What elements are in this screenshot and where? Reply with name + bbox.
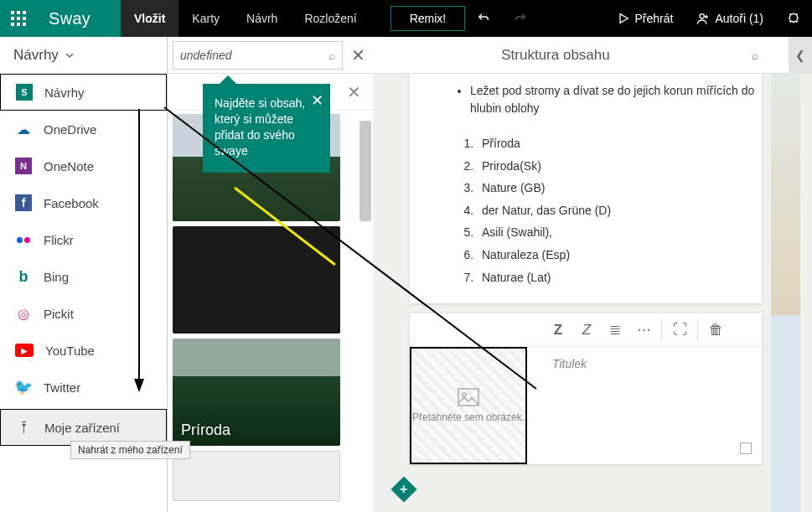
source-youtube[interactable]: ▶ YouTube [0,332,167,369]
svg-rect-8 [23,23,26,26]
redo-button[interactable] [502,0,539,37]
dropzone-text: Přetáhněte sem obrázek. [412,411,525,423]
facebook-icon: f [15,194,32,211]
thumbnail-item[interactable]: Príroda [173,339,340,446]
close-panel-button[interactable]: ✕ [343,45,373,65]
onedrive-icon: ☁ [15,121,32,137]
list-item: der Natur, das Grüne (D) [477,199,762,222]
search-row: ⌕ ✕ [168,37,373,74]
source-navrhy[interactable]: S Návrhy [0,74,167,111]
delete-button[interactable]: 🗑 [701,316,730,344]
tab-karty[interactable]: Karty [178,0,233,37]
play-label: Přehrát [635,12,674,25]
background-image [771,74,800,512]
source-bing[interactable]: b Bing [0,258,167,295]
callout-text: Najděte si obsah, který si můžete přidat… [215,96,305,158]
numbered-list: Příroda Priroda(Sk) Nature (GB) der Natu… [462,132,762,288]
card-toolbar: Z Z ≣ ⋯ ⛶ 🗑 [410,313,762,347]
svg-point-10 [700,14,704,18]
svg-marker-9 [620,14,628,23]
svg-rect-1 [17,11,20,14]
bullet-list: Ležet pod stromy a dívat se do jejich ko… [470,82,762,117]
storyline-title: Struktura obsahu [373,47,738,64]
text-card[interactable]: Ležet pod stromy a dívat se do jejich ko… [410,74,762,303]
image-dropzone[interactable]: Přetáhněte sem obrázek. [410,347,527,464]
storyline-canvas: Ležet pod stromy a dívat se do jejich ko… [373,74,812,512]
app-launcher-icon[interactable] [0,0,37,37]
svg-rect-7 [17,23,20,26]
hint-callout: ✕ Najděte si obsah, který si můžete přid… [203,84,330,173]
play-button[interactable]: Přehrát [605,0,685,37]
search-input[interactable] [180,49,328,62]
source-label: Pickit [44,307,74,321]
source-label: Bing [44,270,69,284]
undo-button[interactable] [465,0,502,37]
svg-rect-5 [23,17,26,20]
source-onedrive[interactable]: ☁ OneDrive [0,111,167,147]
list-item: Priroda(Sk) [477,155,762,178]
source-flickr[interactable]: Flickr [0,221,167,258]
close-section-button[interactable]: ✕ [342,82,366,102]
add-card-button[interactable]: + [390,476,416,502]
source-label: YouTube [45,344,95,358]
thumbnail-caption: Príroda [181,421,230,439]
remix-button[interactable]: Remix! [390,6,466,31]
source-twitter[interactable]: 🐦 Twitter [0,369,167,406]
svg-point-14 [463,393,466,396]
thumbnail-item[interactable] [173,226,340,334]
svg-rect-6 [11,23,14,26]
storyline-panel: Struktura obsahu ⌕ ❮ Ležet pod stromy a … [373,37,812,512]
image-icon [458,388,479,406]
image-card[interactable]: Z Z ≣ ⋯ ⛶ 🗑 Přetáhněte sem obrázek. Titu… [410,313,762,464]
source-onenote[interactable]: N OneNote [0,147,167,184]
sources-header[interactable]: Návrhy [0,37,167,74]
source-label: Moje zařízení [44,421,120,435]
source-label: Twitter [44,380,80,395]
main-tabs: Vložit Karty Návrh Rozložení [121,0,370,37]
bullet-item: Ležet pod stromy a dívat se do jejich ko… [470,82,762,117]
source-label: Facebook [44,196,99,210]
scrollbar[interactable] [359,121,371,221]
thumbnail-item[interactable] [173,451,340,501]
list-item: Nature (GB) [477,177,762,199]
caption-placeholder[interactable]: Titulek [552,357,587,370]
svg-rect-13 [458,389,478,406]
authors-button[interactable]: Autoři (1) [685,0,775,37]
youtube-icon: ▶ [15,344,34,357]
svg-rect-4 [17,17,20,20]
pickit-icon: ◎ [15,305,32,322]
authors-label: Autoři (1) [715,12,763,25]
close-callout-button[interactable]: ✕ [311,91,323,111]
card-checkbox[interactable] [740,442,752,454]
bullets-button[interactable]: ≣ [601,316,629,344]
more-icon[interactable] [775,0,812,37]
search-icon[interactable]: ⌕ [328,49,335,62]
tab-rozlozeni[interactable]: Rozložení [291,0,370,37]
emphasis-subtle-button[interactable]: Z [572,316,601,344]
source-label: Návrhy [44,85,85,100]
sources-header-label: Návrhy [13,47,59,64]
search-storyline-icon[interactable]: ⌕ [738,49,772,62]
source-facebook[interactable]: f Facebook [0,184,167,221]
source-label: OneDrive [44,122,96,137]
source-pickit[interactable]: ◎ Pickit [0,295,167,332]
app-logo: Sway [37,0,121,37]
more-button[interactable]: ⋯ [629,316,658,344]
svg-rect-3 [11,17,14,20]
collapse-panel-button[interactable]: ❮ [789,37,812,74]
focus-button[interactable]: ⛶ [665,316,694,344]
upload-icon: ⭱ [16,419,33,436]
source-label: Flickr [44,233,74,247]
tab-navrh[interactable]: Návrh [233,0,291,37]
flickr-icon [15,231,32,248]
search-box[interactable]: ⌕ [173,41,343,70]
suggestions-panel: ⌕ ✕ y ostatní ✕ Príroda ✕ Najděte si obs… [168,37,373,512]
onenote-icon: N [15,158,32,174]
card-body: Přetáhněte sem obrázek. Titulek [410,347,762,464]
emphasis-normal-button[interactable]: Z [544,316,572,344]
twitter-icon: 🐦 [15,379,32,396]
tab-vlozit[interactable]: Vložit [121,0,178,37]
svg-rect-0 [11,11,14,14]
svg-rect-2 [23,11,26,14]
titlebar: Sway Vložit Karty Návrh Rozložení Remix!… [0,0,812,37]
